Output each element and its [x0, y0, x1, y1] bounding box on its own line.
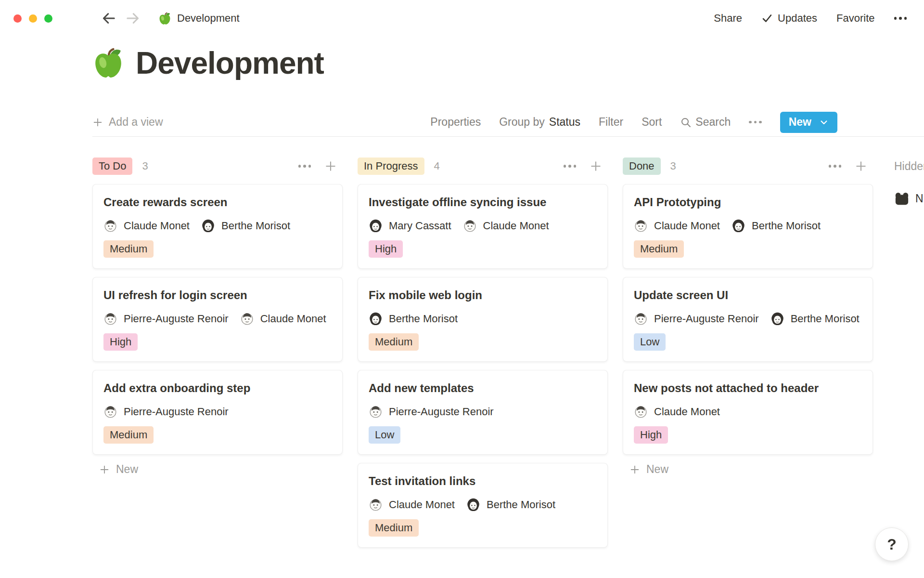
- hidden-group-label: N: [915, 192, 924, 205]
- zoom-window-button[interactable]: [44, 14, 52, 23]
- column-count: 3: [670, 160, 676, 172]
- priority-tag: High: [369, 240, 403, 258]
- assignee: Claude Monet: [369, 498, 455, 512]
- share-button[interactable]: Share: [714, 12, 742, 25]
- search-label: Search: [695, 116, 731, 129]
- plus-icon: [92, 117, 103, 128]
- group-by-button[interactable]: Group by Status: [499, 116, 580, 129]
- avatar: [369, 405, 383, 419]
- avatar: [103, 312, 117, 326]
- assignee-name: Pierre-Auguste Renoir: [389, 406, 494, 418]
- priority-tag: Low: [369, 426, 400, 444]
- assignee: Claude Monet: [463, 219, 549, 233]
- assignee-name: Mary Cassatt: [389, 220, 451, 232]
- assignee: Pierre-Auguste Renoir: [369, 405, 494, 419]
- minimize-window-button[interactable]: [29, 14, 37, 23]
- card[interactable]: UI refresh for login screen Pierre-Augus…: [92, 277, 343, 362]
- page-title: Development: [136, 45, 324, 81]
- card-title: Update screen UI: [634, 288, 862, 302]
- close-window-button[interactable]: [13, 14, 22, 23]
- column-more-options-icon[interactable]: [564, 165, 577, 168]
- updates-button[interactable]: Updates: [761, 12, 817, 25]
- add-view-label: Add a view: [109, 116, 163, 129]
- hidden-group-item[interactable]: N: [894, 191, 924, 206]
- column-header: Done 3: [623, 156, 873, 176]
- page-header: Development: [92, 43, 924, 83]
- column-add-card-icon[interactable]: [855, 160, 867, 172]
- page-green-apple-icon[interactable]: [92, 47, 124, 79]
- hidden-columns-area: Hidden N: [894, 156, 924, 206]
- card[interactable]: API Prototyping Claude Monet Berthe Mori…: [623, 184, 873, 269]
- add-card-label: New: [116, 463, 138, 476]
- breadcrumb[interactable]: Development: [158, 12, 240, 25]
- assignee-name: Berthe Morisot: [389, 313, 458, 325]
- sort-button[interactable]: Sort: [642, 116, 662, 129]
- avatar: [770, 312, 784, 326]
- new-button[interactable]: New: [780, 112, 837, 133]
- priority-tag: Medium: [369, 333, 419, 351]
- card[interactable]: Investigate offline syncing issue Mary C…: [358, 184, 608, 269]
- back-arrow-icon[interactable]: [102, 11, 116, 26]
- plus-icon: [99, 464, 110, 475]
- hidden-columns-label[interactable]: Hidden: [894, 156, 924, 176]
- priority-tag: Medium: [103, 426, 154, 444]
- avatar: [634, 219, 648, 233]
- column-add-card-icon[interactable]: [590, 160, 602, 172]
- group-by-value: Status: [549, 116, 580, 129]
- column-done: Done 3 API Prototyping Claude Monet Bert…: [623, 156, 873, 476]
- column-add-card-icon[interactable]: [324, 160, 337, 172]
- column-status-pill[interactable]: Done: [623, 158, 661, 175]
- new-button-label: New: [789, 116, 811, 129]
- avatar: [732, 219, 745, 233]
- add-card-label: New: [646, 463, 668, 476]
- assignee-name: Claude Monet: [389, 499, 455, 511]
- avatar: [634, 312, 648, 326]
- card-title: Fix mobile web login: [369, 288, 597, 302]
- column-more-options-icon[interactable]: [298, 165, 311, 168]
- add-view-button[interactable]: Add a view: [92, 116, 163, 129]
- card[interactable]: Add new templates Pierre-Auguste Renoir …: [358, 370, 608, 455]
- card[interactable]: Create rewards screen Claude Monet Berth…: [92, 184, 343, 269]
- search-icon: [680, 117, 692, 128]
- green-apple-icon: [158, 12, 171, 25]
- assignee-name: Pierre-Auguste Renoir: [124, 313, 229, 325]
- assignee: Berthe Morisot: [201, 219, 290, 233]
- updates-label: Updates: [778, 12, 817, 25]
- column-more-options-icon[interactable]: [829, 165, 842, 168]
- breadcrumb-title: Development: [177, 12, 240, 25]
- assignee-name: Berthe Morisot: [752, 220, 821, 232]
- more-options-icon[interactable]: [894, 17, 907, 20]
- assignee-name: Claude Monet: [654, 220, 720, 232]
- column-in-progress: In Progress 4 Investigate offline syncin…: [358, 156, 608, 556]
- group-by-label: Group by: [499, 116, 545, 129]
- view-more-options-icon[interactable]: [749, 121, 762, 124]
- column-count: 4: [434, 160, 440, 172]
- favorite-button[interactable]: Favorite: [836, 12, 874, 25]
- card[interactable]: New posts not attached to header Claude …: [623, 370, 873, 455]
- assignee: Berthe Morisot: [732, 219, 821, 233]
- properties-button[interactable]: Properties: [430, 116, 481, 129]
- card[interactable]: Add extra onboarding step Pierre-Auguste…: [92, 370, 343, 455]
- sidebar-menu-icon[interactable]: [67, 12, 83, 25]
- card[interactable]: Update screen UI Pierre-Auguste Renoir B…: [623, 277, 873, 362]
- column-status-pill[interactable]: In Progress: [358, 158, 424, 175]
- column-header: To Do 3: [92, 156, 343, 176]
- card[interactable]: Fix mobile web login Berthe Morisot Medi…: [358, 277, 608, 362]
- search-button[interactable]: Search: [680, 116, 731, 129]
- chevron-down-icon: [819, 118, 829, 127]
- card-title: Create rewards screen: [103, 195, 332, 210]
- column-status-pill[interactable]: To Do: [92, 158, 132, 175]
- priority-tag: High: [634, 426, 668, 444]
- kanban-board: To Do 3 Create rewards screen Claude Mon…: [0, 156, 924, 556]
- card[interactable]: Test invitation links Claude Monet Berth…: [358, 463, 608, 548]
- assignee: Berthe Morisot: [466, 498, 555, 512]
- assignee: Berthe Morisot: [369, 312, 458, 326]
- assignee-name: Pierre-Auguste Renoir: [124, 406, 229, 418]
- forward-arrow-icon[interactable]: [126, 11, 140, 26]
- add-card-button[interactable]: New: [623, 463, 873, 476]
- column-to-do: To Do 3 Create rewards screen Claude Mon…: [92, 156, 343, 476]
- add-card-button[interactable]: New: [92, 463, 343, 476]
- assignee-name: Claude Monet: [260, 313, 326, 325]
- help-button[interactable]: ?: [875, 527, 909, 561]
- filter-button[interactable]: Filter: [599, 116, 623, 129]
